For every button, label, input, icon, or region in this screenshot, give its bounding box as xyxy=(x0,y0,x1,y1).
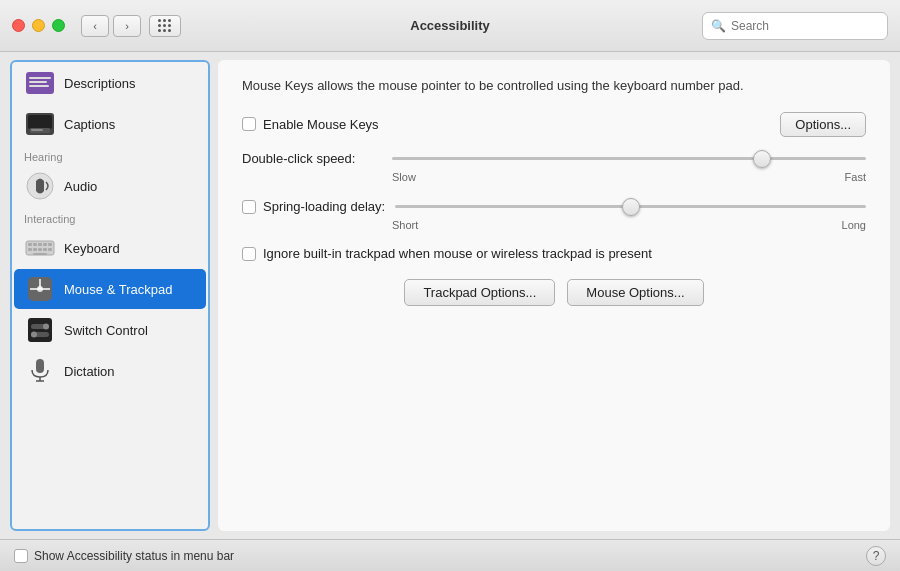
sidebar-item-keyboard[interactable]: Keyboard xyxy=(14,228,206,268)
interacting-section-label: Interacting xyxy=(12,207,208,227)
svg-rect-14 xyxy=(48,243,52,246)
main-area: Descriptions Captions Hearing xyxy=(0,52,900,539)
nav-buttons: ‹ › xyxy=(81,15,141,37)
sidebar-item-audio[interactable]: Audio xyxy=(14,166,206,206)
switch-control-label: Switch Control xyxy=(64,323,148,338)
content-panel: Mouse Keys allows the mouse pointer to b… xyxy=(218,60,890,531)
keyboard-icon xyxy=(24,234,56,262)
search-icon: 🔍 xyxy=(711,19,726,33)
svg-rect-2 xyxy=(29,81,47,83)
ignore-trackpad-row: Ignore built-in trackpad when mouse or w… xyxy=(242,245,866,263)
svg-rect-7 xyxy=(31,129,43,131)
svg-rect-3 xyxy=(29,85,49,87)
svg-rect-12 xyxy=(38,243,42,246)
descriptions-icon xyxy=(24,69,56,97)
help-button[interactable]: ? xyxy=(866,546,886,566)
options-button[interactable]: Options... xyxy=(780,112,866,137)
mouse-options-button[interactable]: Mouse Options... xyxy=(567,279,703,306)
descriptions-label: Descriptions xyxy=(64,76,136,91)
audio-label: Audio xyxy=(64,179,97,194)
enable-mouse-keys-row: Enable Mouse Keys Options... xyxy=(242,112,866,137)
spring-loading-long-label: Long xyxy=(842,219,866,231)
bottom-bar: Show Accessibility status in menu bar ? xyxy=(0,539,900,571)
audio-icon xyxy=(24,172,56,200)
svg-rect-19 xyxy=(48,248,52,251)
captions-label: Captions xyxy=(64,117,115,132)
spring-loading-section: Spring-loading delay: Short Long xyxy=(242,197,866,231)
svg-rect-5 xyxy=(28,115,52,129)
spring-loading-row: Spring-loading delay: xyxy=(242,197,866,217)
trackpad-options-button[interactable]: Trackpad Options... xyxy=(404,279,555,306)
mouse-trackpad-icon xyxy=(24,275,56,303)
svg-rect-28 xyxy=(36,359,44,373)
enable-mouse-keys-text: Enable Mouse Keys xyxy=(263,117,379,132)
traffic-lights xyxy=(12,19,65,32)
double-click-speed-labels: Slow Fast xyxy=(392,171,866,183)
enable-mouse-keys-checkbox[interactable] xyxy=(242,117,256,131)
minimize-button[interactable] xyxy=(32,19,45,32)
maximize-button[interactable] xyxy=(52,19,65,32)
svg-rect-18 xyxy=(43,248,47,251)
svg-rect-23 xyxy=(28,318,52,342)
double-click-speed-slider-wrapper xyxy=(392,149,866,169)
hearing-section-label: Hearing xyxy=(12,145,208,165)
spring-loading-checkbox[interactable] xyxy=(242,200,256,214)
show-accessibility-label[interactable]: Show Accessibility status in menu bar xyxy=(14,549,234,563)
search-input[interactable] xyxy=(731,19,879,33)
spring-loading-short-label: Short xyxy=(392,219,418,231)
grid-view-button[interactable] xyxy=(149,15,181,37)
double-click-speed-thumb[interactable] xyxy=(753,150,771,168)
svg-rect-15 xyxy=(28,248,32,251)
close-button[interactable] xyxy=(12,19,25,32)
sidebar-item-dictation[interactable]: Dictation xyxy=(14,351,206,391)
titlebar: ‹ › Accessibility 🔍 xyxy=(0,0,900,52)
forward-button[interactable]: › xyxy=(113,15,141,37)
back-button[interactable]: ‹ xyxy=(81,15,109,37)
sidebar: Descriptions Captions Hearing xyxy=(10,60,210,531)
svg-rect-20 xyxy=(33,253,47,255)
search-box[interactable]: 🔍 xyxy=(702,12,888,40)
svg-rect-10 xyxy=(28,243,32,246)
double-click-fast-label: Fast xyxy=(845,171,866,183)
double-click-speed-track xyxy=(392,157,866,160)
svg-rect-17 xyxy=(38,248,42,251)
spring-loading-text: Spring-loading delay: xyxy=(263,199,385,214)
double-click-speed-label: Double-click speed: xyxy=(242,151,382,166)
show-accessibility-text: Show Accessibility status in menu bar xyxy=(34,549,234,563)
sidebar-item-captions[interactable]: Captions xyxy=(14,104,206,144)
keyboard-label: Keyboard xyxy=(64,241,120,256)
double-click-speed-section: Double-click speed: Slow Fast xyxy=(242,149,866,183)
svg-rect-13 xyxy=(43,243,47,246)
spring-loading-label[interactable]: Spring-loading delay: xyxy=(242,199,385,214)
double-click-slow-label: Slow xyxy=(392,171,416,183)
dictation-label: Dictation xyxy=(64,364,115,379)
svg-point-22 xyxy=(37,286,43,292)
svg-rect-11 xyxy=(33,243,37,246)
dictation-icon xyxy=(24,357,56,385)
content-description: Mouse Keys allows the mouse pointer to b… xyxy=(242,76,866,96)
spring-loading-slider-wrapper xyxy=(395,197,866,217)
double-click-speed-row: Double-click speed: xyxy=(242,149,866,169)
svg-point-25 xyxy=(43,324,49,330)
ignore-trackpad-checkbox[interactable] xyxy=(242,247,256,261)
enable-mouse-keys-label[interactable]: Enable Mouse Keys xyxy=(242,117,379,132)
spring-loading-labels: Short Long xyxy=(392,219,866,231)
spring-loading-thumb[interactable] xyxy=(622,198,640,216)
grid-dots-icon xyxy=(158,19,172,33)
svg-point-27 xyxy=(31,332,37,338)
svg-rect-16 xyxy=(33,248,37,251)
sidebar-item-descriptions[interactable]: Descriptions xyxy=(14,63,206,103)
mouse-trackpad-label: Mouse & Trackpad xyxy=(64,282,172,297)
show-accessibility-checkbox[interactable] xyxy=(14,549,28,563)
switch-control-icon xyxy=(24,316,56,344)
ignore-trackpad-text: Ignore built-in trackpad when mouse or w… xyxy=(263,245,652,263)
sidebar-item-switch-control[interactable]: Switch Control xyxy=(14,310,206,350)
svg-rect-1 xyxy=(29,77,51,79)
spring-loading-track xyxy=(395,205,866,208)
captions-icon xyxy=(24,110,56,138)
sidebar-item-mouse-trackpad[interactable]: Mouse & Trackpad xyxy=(14,269,206,309)
bottom-buttons: Trackpad Options... Mouse Options... xyxy=(242,279,866,306)
window-title: Accessibility xyxy=(410,18,490,33)
